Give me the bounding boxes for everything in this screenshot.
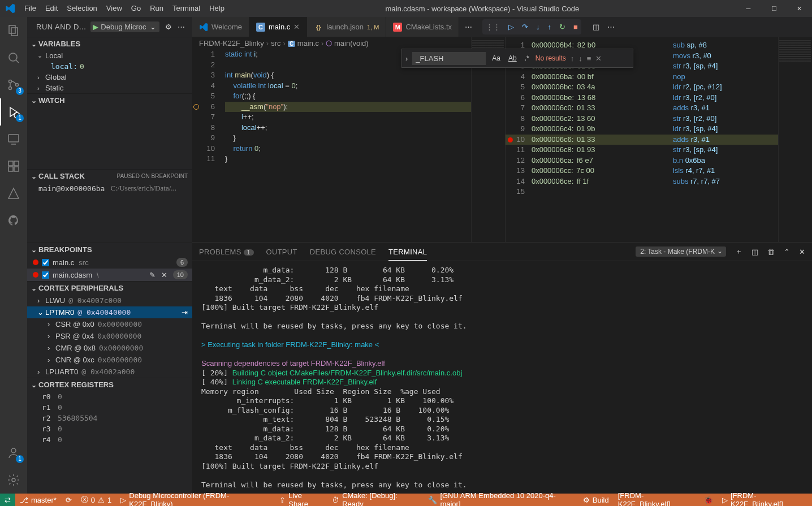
split-terminal-icon[interactable]: ◫ (751, 248, 758, 256)
breadcrumb-item[interactable]: C main.c (288, 39, 319, 47)
tab-main-c[interactable]: Cmain.c✕ (249, 17, 307, 37)
peripheral-register[interactable]: ›CMR @ 0x80x00000000 (27, 342, 192, 354)
start-debug-icon[interactable]: ▶ (93, 23, 98, 31)
remote-indicator[interactable]: ⇄ (0, 494, 15, 506)
debug-config-selector[interactable]: ▶ Debug Microc ⌄ (90, 21, 159, 32)
menu-view[interactable]: View (102, 0, 127, 17)
account-icon[interactable]: 1 (0, 439, 27, 466)
cortex-registers-header[interactable]: ⌄CORTEX REGISTERS (27, 378, 192, 391)
minimize-button[interactable]: ─ (736, 0, 761, 17)
explorer-icon[interactable] (0, 17, 27, 44)
status-problems[interactable]: ⓧ 0 ⚠ 1 (76, 494, 116, 506)
status-sync[interactable]: ⟳ (61, 494, 76, 506)
settings-gear-icon[interactable] (0, 466, 27, 494)
breakpoint-row[interactable]: main.cdasm\✎✕10 (27, 269, 192, 281)
watch-section-header[interactable]: ⌄WATCH (27, 94, 192, 107)
remove-icon[interactable]: ✕ (161, 271, 167, 279)
find-close-icon[interactable]: ✕ (595, 54, 602, 63)
menu-selection[interactable]: Selection (62, 0, 101, 17)
panel-maximize-icon[interactable]: ⌃ (784, 248, 790, 256)
menu-terminal[interactable]: Terminal (168, 0, 205, 17)
status-debug-target[interactable]: 🐞 (699, 494, 718, 506)
register-row[interactable]: r10 (27, 402, 192, 413)
panel-close-icon[interactable]: ✕ (799, 248, 805, 256)
menu-file[interactable]: File (20, 0, 41, 17)
extensions-icon[interactable] (0, 153, 27, 180)
scope-global[interactable]: ›Global (27, 72, 192, 83)
step-over-icon[interactable]: ↷ (522, 23, 528, 31)
find-next-icon[interactable]: ↓ (578, 54, 582, 63)
status-run-target[interactable]: ▷ [FRDM-K22F_Blinky.elf] (718, 494, 812, 506)
menu-bar[interactable]: FileEditSelectionViewGoRunTerminalHelp (20, 0, 229, 17)
cmake-icon[interactable] (0, 180, 27, 207)
peripheral-row[interactable]: ›LPUART0@ 0x4002a000 (27, 366, 192, 378)
find-prev-icon[interactable]: ↑ (571, 54, 575, 63)
stop-icon[interactable]: ■ (573, 23, 578, 31)
register-row[interactable]: r2536805504 (27, 413, 192, 423)
find-input[interactable] (412, 52, 486, 65)
peripheral-row[interactable]: ⌄LPTMR0@ 0x40040000⇥ (27, 306, 192, 318)
variables-section-header[interactable]: ⌄VARIABLES (27, 37, 192, 50)
drag-handle-icon[interactable]: ⋮⋮ (486, 23, 500, 31)
menu-help[interactable]: Help (205, 0, 229, 17)
tab-terminal[interactable]: TERMINAL (388, 248, 427, 261)
breadcrumb-item[interactable]: FRDM-K22F_Blinky (199, 39, 264, 47)
peripheral-register[interactable]: ›PSR @ 0x40x00000000 (27, 330, 192, 342)
find-expand-icon[interactable]: › (405, 54, 408, 63)
window-controls[interactable]: ─ ☐ ✕ (736, 0, 812, 17)
split-editor-icon[interactable]: ◫ (593, 23, 599, 31)
more-actions-icon[interactable]: ⋯ (178, 23, 185, 31)
match-case-icon[interactable]: Aa (490, 53, 502, 63)
scope-local[interactable]: ⌄Local (27, 50, 192, 61)
tab-output[interactable]: OUTPUT (266, 248, 297, 256)
status-cmake[interactable]: ⏱ CMake: [Debug]: Ready (327, 494, 424, 506)
tab-debug-console[interactable]: DEBUG CONSOLE (310, 248, 376, 256)
tab-problems[interactable]: PROBLEMS1 (199, 248, 254, 256)
restart-icon[interactable]: ↻ (559, 23, 565, 31)
find-widget[interactable]: › Aa Ab .* No results ↑ ↓ ≡ ✕ (401, 49, 633, 68)
status-kit[interactable]: 🔧 [GNU ARM Embedded 10 2020-q4-major] (424, 494, 578, 506)
terminal-selector[interactable]: 2: Task - Make (FRDM-K (636, 246, 726, 257)
tab-close-icon[interactable]: ✕ (293, 23, 300, 31)
scope-static[interactable]: ›Static (27, 83, 192, 93)
breakpoints-section-header[interactable]: ⌄BREAKPOINTS (27, 243, 192, 256)
menu-run[interactable]: Run (145, 0, 168, 17)
tab-overflow-icon[interactable]: ⋯ (459, 23, 478, 31)
menu-edit[interactable]: Edit (41, 0, 62, 17)
breakpoint-checkbox[interactable] (42, 259, 49, 266)
breadcrumb-item[interactable]: ⬡ main(void) (326, 39, 368, 47)
step-into-icon[interactable]: ↓ (536, 23, 540, 31)
new-terminal-icon[interactable]: ＋ (735, 246, 742, 257)
callstack-section-header[interactable]: ⌄CALL STACKPAUSED ON BREAKPOINT (27, 170, 192, 183)
close-button[interactable]: ✕ (787, 0, 812, 17)
configure-gear-icon[interactable]: ⚙ (165, 23, 172, 31)
menu-go[interactable]: Go (127, 0, 145, 17)
peripheral-register[interactable]: ›CNR @ 0xc0x00000000 (27, 354, 192, 366)
status-branch[interactable]: ⎇ master* (15, 494, 61, 506)
search-icon[interactable] (0, 44, 27, 71)
editor-more-icon[interactable]: ⋯ (607, 23, 615, 31)
maximize-button[interactable]: ☐ (761, 0, 787, 17)
variable-local[interactable]: local:0 (27, 61, 192, 72)
register-row[interactable]: r30 (27, 423, 192, 434)
cortex-peripherals-header[interactable]: ⌄CORTEX PERIPHERALS (27, 282, 192, 295)
terminal-content[interactable]: m_data: 128 B 64 KB 0.20% m_data_2: 2 KB… (192, 261, 812, 494)
whole-word-icon[interactable]: Ab (507, 53, 519, 63)
status-target1[interactable]: [FRDM-K22F_Blinky.elf] (614, 494, 699, 506)
github-icon[interactable] (0, 207, 27, 234)
breakpoint-checkbox[interactable] (42, 271, 49, 279)
edit-icon[interactable]: ✎ (149, 271, 156, 279)
status-live-share[interactable]: ⇪ Live Share (275, 494, 327, 506)
regex-icon[interactable]: .* (523, 53, 531, 63)
breadcrumbs[interactable]: FRDM-K22F_Blinky›src›C main.c›⬡ main(voi… (192, 37, 505, 49)
tab-cmakelists-tx[interactable]: MCMakeLists.tx (386, 17, 459, 37)
register-row[interactable]: r40 (27, 434, 192, 445)
peripheral-row[interactable]: ›LLWU@ 0x4007c000 (27, 295, 192, 306)
breakpoint-row[interactable]: main.csrc6 (27, 256, 192, 269)
kill-terminal-icon[interactable]: 🗑 (767, 248, 775, 256)
breadcrumb-item[interactable]: src (271, 39, 280, 47)
tab-welcome[interactable]: Welcome (192, 17, 249, 37)
continue-icon[interactable]: ▷ (508, 23, 514, 31)
chevron-down-icon[interactable]: ⌄ (150, 23, 156, 31)
source-control-icon[interactable]: 3 (0, 71, 27, 98)
